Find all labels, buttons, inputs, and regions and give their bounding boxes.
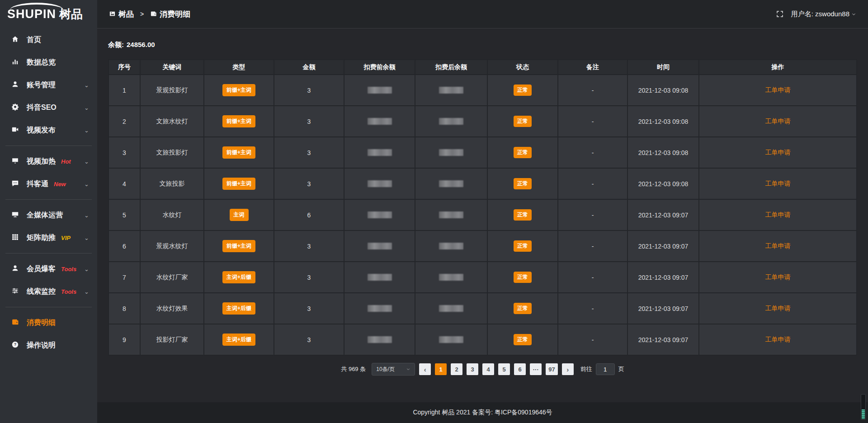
status-badge: 正常: [514, 334, 532, 345]
cell-remark: -: [558, 75, 627, 106]
status-badge: 正常: [514, 303, 532, 314]
sidebar-item[interactable]: 视频发布 ⌄: [0, 119, 97, 141]
work-order-link[interactable]: 工单申请: [765, 273, 791, 281]
cell-time: 2021-12-03 09:08: [627, 106, 699, 137]
cell-type: 前缀+主词: [204, 168, 274, 199]
cell-remark: -: [558, 137, 627, 168]
page: SHUPIN 树品 首页 数据总览: [0, 0, 868, 423]
table-header-row: 序号关键词类型金额扣费前余额扣费后余额状态备注时间操作: [108, 60, 857, 75]
work-order-link[interactable]: 工单申请: [765, 149, 791, 156]
next-page-button[interactable]: ›: [562, 363, 574, 375]
table-header-cell: 序号: [108, 60, 140, 75]
cell-amount: 3: [274, 324, 344, 355]
sidebar-item-label: 视频加热: [27, 157, 56, 166]
cell-amount: 3: [274, 293, 344, 324]
page-button[interactable]: 97: [546, 363, 557, 375]
sidebar-item[interactable]: 数据总览: [0, 51, 97, 74]
cell-action: 工单申请: [699, 137, 857, 168]
cell-type: 主词: [204, 199, 274, 230]
cell-remark: -: [558, 168, 627, 199]
redacted-value: [439, 336, 463, 343]
cell-action: 工单申请: [699, 168, 857, 199]
redacted-value: [439, 305, 463, 312]
cell-balance-after: [415, 137, 487, 168]
sidebar-item[interactable]: 会员爆客 Tools ⌄: [0, 258, 97, 280]
breadcrumb-item[interactable]: 树品: [109, 9, 134, 19]
page-button[interactable]: 5: [498, 363, 510, 375]
cell-keyword: 水纹灯效果: [140, 293, 204, 324]
status-badge: 正常: [514, 178, 532, 189]
page-button[interactable]: 6: [514, 363, 526, 375]
cell-balance-before: [344, 168, 415, 199]
table-header-cell: 扣费后余额: [415, 60, 487, 75]
sidebar-item[interactable]: 线索监控 Tools ⌄: [0, 280, 97, 303]
cell-remark: -: [558, 293, 627, 324]
sidebar-item[interactable]: 消费明细: [0, 311, 97, 334]
status-badge: 正常: [514, 85, 532, 96]
cell-index: 2: [108, 106, 140, 137]
chevron-down-icon: ⌄: [84, 127, 89, 134]
page-button[interactable]: 2: [451, 363, 462, 375]
sidebar-item[interactable]: 矩阵助推 VIP ⌄: [0, 226, 97, 249]
cell-time: 2021-12-03 09:08: [627, 75, 699, 106]
cell-balance-before: [344, 230, 415, 262]
work-order-link[interactable]: 工单申请: [765, 305, 791, 312]
mini-scrollbar[interactable]: [861, 394, 866, 420]
cell-amount: 3: [274, 262, 344, 293]
cell-index: 9: [108, 324, 140, 355]
work-order-link[interactable]: 工单申请: [765, 242, 791, 249]
page-size-select[interactable]: 10条/页: [372, 363, 415, 376]
fullscreen-icon[interactable]: [776, 10, 784, 18]
goto-page-input[interactable]: [596, 363, 615, 375]
wallet-icon: [11, 318, 21, 327]
page-button[interactable]: 4: [482, 363, 494, 375]
cell-action: 工单申请: [699, 230, 857, 262]
status-badge: 正常: [514, 240, 532, 252]
page-button[interactable]: 3: [467, 363, 478, 375]
cell-amount: 3: [274, 230, 344, 262]
sidebar-item-label: 操作说明: [27, 341, 56, 350]
redacted-value: [439, 274, 463, 281]
work-order-link[interactable]: 工单申请: [765, 180, 791, 187]
redacted-value: [368, 212, 392, 218]
sidebar-item-label: 账号管理: [27, 80, 56, 90]
sidebar-item[interactable]: 全媒体运营 ⌄: [0, 204, 97, 226]
type-badge: 主词+后缀: [222, 334, 255, 346]
sidebar-divider: [5, 253, 92, 254]
sidebar-item[interactable]: 抖音SEO ⌄: [0, 96, 97, 119]
breadcrumb-item[interactable]: 消费明细: [150, 9, 190, 19]
type-badge: 前缀+主词: [222, 115, 255, 127]
breadcrumb-label: 消费明细: [160, 9, 190, 19]
sidebar-item[interactable]: 视频加热 Hot ⌄: [0, 150, 97, 173]
cell-status: 正常: [487, 262, 558, 293]
copyright-text: Copyright 树品 2021 备案号: 粤ICP备09019646号: [413, 409, 552, 417]
sidebar-item[interactable]: 账号管理 ⌄: [0, 74, 97, 96]
work-order-link[interactable]: 工单申请: [765, 86, 791, 94]
cell-balance-before: [344, 199, 415, 230]
table-header-cell: 备注: [558, 60, 627, 75]
type-badge: 主词: [230, 209, 249, 221]
cell-balance-after: [415, 168, 487, 199]
page-button[interactable]: 1: [435, 363, 447, 375]
page-button[interactable]: ···: [530, 363, 542, 375]
cell-balance-after: [415, 293, 487, 324]
grid-icon: [11, 233, 21, 242]
bar-chart-icon: [11, 58, 21, 67]
cell-action: 工单申请: [699, 75, 857, 106]
sidebar-item[interactable]: 首页: [0, 28, 97, 51]
work-order-link[interactable]: 工单申请: [765, 336, 791, 343]
cell-status: 正常: [487, 106, 558, 137]
table-header-cell: 关键词: [140, 60, 204, 75]
sidebar-item-label: 消费明细: [27, 318, 56, 328]
redacted-value: [439, 180, 463, 187]
cell-balance-before: [344, 106, 415, 137]
sidebar-item-label: 矩阵助推: [27, 233, 56, 243]
work-order-link[interactable]: 工单申请: [765, 118, 791, 125]
work-order-link[interactable]: 工单申请: [765, 211, 791, 218]
sidebar-item[interactable]: 抖客通 New ⌄: [0, 173, 97, 195]
table-body: 1 景观投影灯 前缀+主词 3 正常 - 2021-12-03 09:08 工单…: [108, 75, 857, 355]
prev-page-button[interactable]: ‹: [419, 363, 431, 375]
logo-latin-text: SHUPIN: [7, 7, 56, 22]
user-menu[interactable]: 用户名: zswodun88: [791, 10, 856, 19]
sidebar-item[interactable]: 操作说明: [0, 334, 97, 357]
